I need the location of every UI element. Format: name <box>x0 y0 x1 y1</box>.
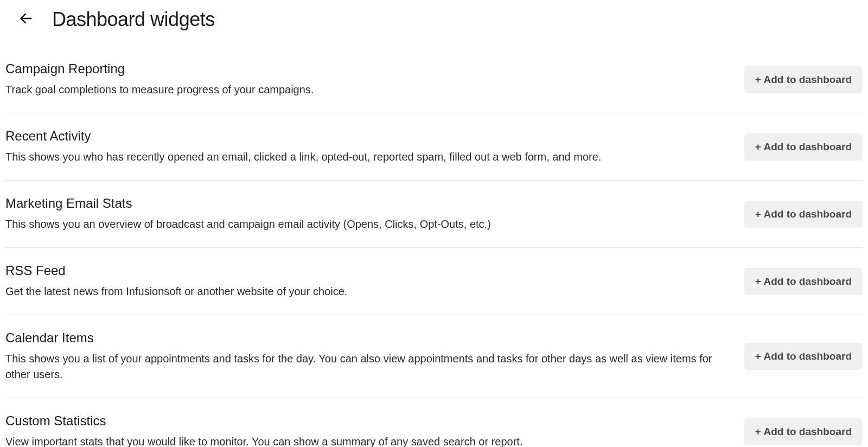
add-to-dashboard-button[interactable]: + Add to dashboard <box>744 66 863 93</box>
widget-title: Custom Statistics <box>5 413 723 429</box>
widget-description: This shows you a list of your appointmen… <box>5 351 723 382</box>
widget-description: View important stats that you would like… <box>5 434 723 447</box>
widget-title: Calendar Items <box>5 330 723 346</box>
widget-row-custom-statistics: Custom Statistics View important stats t… <box>5 398 863 447</box>
page-title: Dashboard widgets <box>52 8 215 31</box>
widget-row-rss-feed: RSS Feed Get the latest news from Infusi… <box>5 248 863 315</box>
widget-title: RSS Feed <box>5 263 723 278</box>
widget-info: Marketing Email Stats This shows you an … <box>5 196 723 232</box>
widget-row-campaign-reporting: Campaign Reporting Track goal completion… <box>5 46 863 113</box>
widget-info: Calendar Items This shows you a list of … <box>5 330 723 382</box>
widget-description: Track goal completions to measure progre… <box>5 82 723 98</box>
widget-list: Campaign Reporting Track goal completion… <box>0 46 868 447</box>
page-header: Dashboard widgets <box>0 0 868 46</box>
add-to-dashboard-button[interactable]: + Add to dashboard <box>744 268 863 295</box>
widget-title: Campaign Reporting <box>5 61 723 76</box>
widget-info: Recent Activity This shows you who has r… <box>5 129 723 165</box>
widget-title: Marketing Email Stats <box>5 196 723 211</box>
add-to-dashboard-button[interactable]: + Add to dashboard <box>744 343 863 370</box>
widget-description: Get the latest news from Infusionsoft or… <box>5 284 723 299</box>
widget-info: Custom Statistics View important stats t… <box>5 413 723 447</box>
widget-info: Campaign Reporting Track goal completion… <box>5 61 723 98</box>
widget-row-calendar-items: Calendar Items This shows you a list of … <box>5 315 863 398</box>
widget-description: This shows you who has recently opened a… <box>5 149 723 165</box>
widget-description: This shows you an overview of broadcast … <box>5 216 723 232</box>
arrow-left-icon <box>18 11 34 28</box>
back-button[interactable] <box>15 8 37 31</box>
widget-row-marketing-email-stats: Marketing Email Stats This shows you an … <box>5 181 863 248</box>
add-to-dashboard-button[interactable]: + Add to dashboard <box>744 133 863 161</box>
add-to-dashboard-button[interactable]: + Add to dashboard <box>744 201 863 228</box>
widget-info: RSS Feed Get the latest news from Infusi… <box>5 263 723 299</box>
add-to-dashboard-button[interactable]: + Add to dashboard <box>744 418 863 445</box>
widget-title: Recent Activity <box>5 129 723 144</box>
widget-row-recent-activity: Recent Activity This shows you who has r… <box>5 113 863 181</box>
